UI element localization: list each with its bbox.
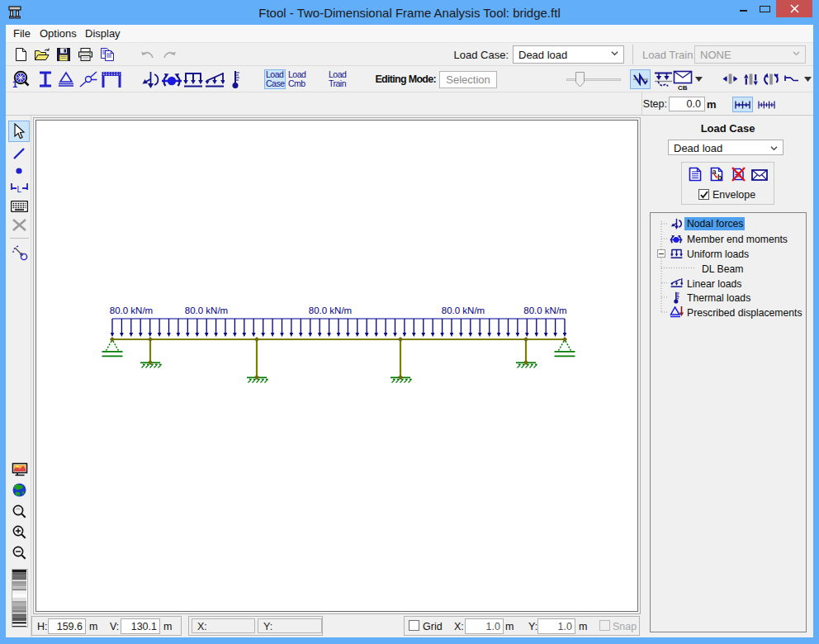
svg-text:CB: CB bbox=[678, 84, 688, 91]
svg-text:1: 1 bbox=[12, 79, 17, 89]
svg-text:80.0 kN/m: 80.0 kN/m bbox=[442, 305, 485, 315]
svg-text:b: b bbox=[717, 173, 722, 182]
svg-text:80.0 kN/m: 80.0 kN/m bbox=[110, 305, 153, 315]
svg-text:80.0 kN/m: 80.0 kN/m bbox=[523, 305, 566, 315]
svg-text:80.0 kN/m: 80.0 kN/m bbox=[309, 305, 352, 315]
svg-text:80.0 kN/m: 80.0 kN/m bbox=[185, 305, 228, 315]
svg-text:L: L bbox=[17, 185, 22, 194]
